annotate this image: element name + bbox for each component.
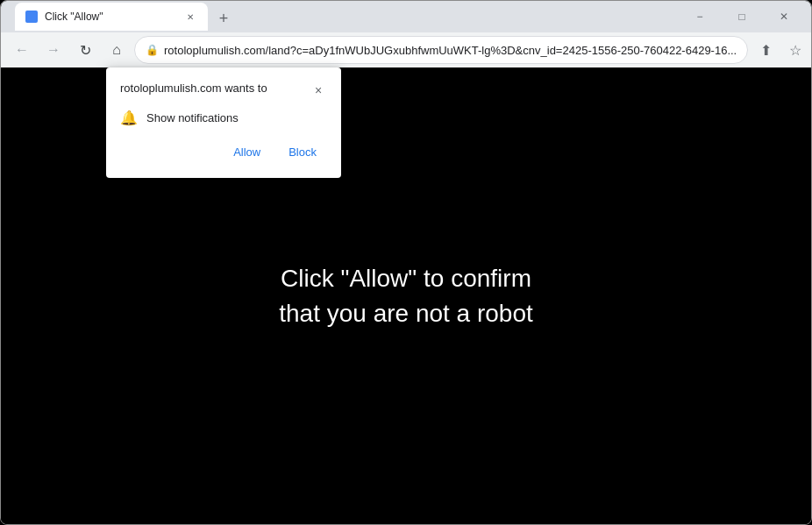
address-bar[interactable]: 🔒 rotoloplumulish.com/land?c=aDy1fnWUbJU…	[134, 36, 748, 64]
title-bar-right: − □ ✕	[680, 3, 804, 31]
bell-icon: 🔔	[120, 110, 138, 126]
maximize-window-button[interactable]: □	[722, 3, 762, 31]
active-tab[interactable]: Click "Allow" ✕	[15, 3, 208, 31]
tab-bar: Click "Allow" ✕ +	[11, 3, 239, 31]
new-tab-button[interactable]: +	[211, 6, 236, 31]
close-window-button[interactable]: ✕	[764, 3, 804, 31]
title-bar: Click "Allow" ✕ + − □ ✕	[1, 1, 811, 32]
popup-site-text: rotoloplumulish.com wants to	[120, 82, 267, 95]
minimize-window-button[interactable]: −	[680, 3, 720, 31]
tab-close-button[interactable]: ✕	[183, 10, 197, 24]
tab-favicon	[25, 11, 38, 23]
popup-header: rotoloplumulish.com wants to ×	[120, 82, 327, 99]
home-button[interactable]: ⌂	[103, 36, 131, 64]
browser-window: Click "Allow" ✕ + − □ ✕ ← → ↻ ⌂ 🔒 rotolo…	[0, 0, 812, 525]
share-button[interactable]: ⬆	[751, 36, 780, 64]
navigation-bar: ← → ↻ ⌂ 🔒 rotoloplumulish.com/land?c=aDy…	[1, 32, 811, 67]
nav-right-icons: ⬆ ☆ 🧩 ⧉ 👤 ⋮	[751, 36, 812, 64]
allow-button[interactable]: Allow	[223, 140, 271, 164]
tab-title: Click "Allow"	[45, 11, 176, 23]
forward-button[interactable]: →	[39, 36, 68, 64]
main-text-line1: Click "Allow" to confirm	[279, 261, 533, 295]
reload-button[interactable]: ↻	[71, 36, 99, 64]
page-content: rotoloplumulish.com wants to × 🔔 Show no…	[1, 67, 811, 524]
popup-close-button[interactable]: ×	[310, 82, 327, 99]
block-button[interactable]: Block	[278, 140, 327, 164]
main-text-line2: that you are not a robot	[279, 296, 533, 330]
bookmark-button[interactable]: ☆	[781, 36, 809, 64]
notification-permission-popup: rotoloplumulish.com wants to × 🔔 Show no…	[106, 67, 341, 178]
popup-permission-row: 🔔 Show notifications	[120, 110, 327, 126]
back-button[interactable]: ←	[8, 36, 36, 64]
permission-text: Show notifications	[146, 111, 239, 124]
title-bar-left: Click "Allow" ✕ +	[8, 3, 239, 31]
lock-icon: 🔒	[146, 44, 159, 56]
main-page-text: Click "Allow" to confirm that you are no…	[279, 261, 533, 330]
popup-actions: Allow Block	[120, 140, 327, 164]
url-text: rotoloplumulish.com/land?c=aDy1fnWUbJUGx…	[164, 44, 737, 57]
